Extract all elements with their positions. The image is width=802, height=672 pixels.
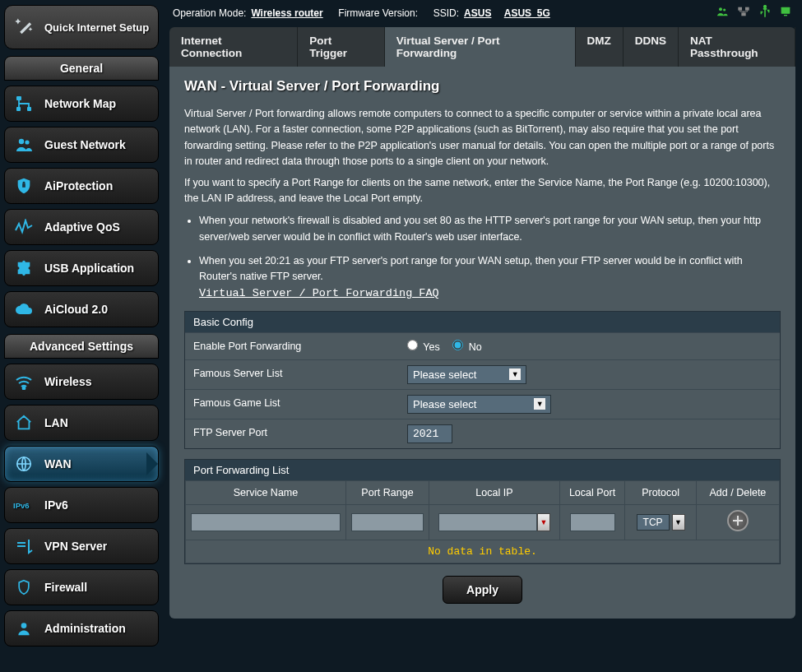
usb-status-icon[interactable] xyxy=(758,5,772,21)
warning-item-2: When you set 20:21 as your FTP server's … xyxy=(199,253,781,303)
famous-server-list-label: Famous Server List xyxy=(185,360,399,389)
sidebar-item-label: Administration xyxy=(44,622,126,635)
sidebar-item-label: AiCloud 2.0 xyxy=(44,303,108,316)
clients-icon[interactable] xyxy=(715,5,730,21)
operation-mode-link[interactable]: Wireless router xyxy=(251,7,322,19)
section-header-advanced: Advanced Settings xyxy=(4,334,159,359)
guest-network-icon xyxy=(13,134,35,155)
quick-internet-setup-button[interactable]: Quick Internet Setup xyxy=(4,5,159,49)
local-port-input[interactable] xyxy=(570,513,615,531)
enable-yes-radio[interactable]: Yes xyxy=(407,340,440,353)
sidebar-item-firewall[interactable]: Firewall xyxy=(4,569,159,605)
port-range-input[interactable] xyxy=(351,513,424,531)
ipv6-icon: IPv6 xyxy=(13,494,35,516)
tab-ddns[interactable]: DDNS xyxy=(624,27,679,67)
svg-rect-0 xyxy=(16,96,21,100)
famous-game-list-select[interactable]: Please select▼ xyxy=(407,395,551,414)
network-map-icon xyxy=(13,93,35,114)
table-header-row: Service Name Port Range Local IP Local P… xyxy=(186,480,780,504)
cloud-icon xyxy=(13,299,35,320)
sidebar-item-label: USB Application xyxy=(44,262,134,275)
puzzle-icon xyxy=(13,257,35,279)
svg-point-7 xyxy=(23,387,25,390)
port-forwarding-list-header: Port Forwarding List xyxy=(185,460,780,480)
ssid-label: SSID: xyxy=(433,7,459,19)
famous-server-list-select[interactable]: Please select▼ xyxy=(407,365,526,384)
top-status-bar: Operation Mode: Wireless router Firmware… xyxy=(169,3,795,27)
local-ip-input[interactable] xyxy=(438,513,537,531)
sidebar-item-network-map[interactable]: Network Map xyxy=(4,86,159,122)
sidebar-item-usb-application[interactable]: USB Application xyxy=(4,250,159,286)
wan-tabs: Internet Connection Port Trigger Virtual… xyxy=(169,27,795,67)
sidebar-item-label: Network Map xyxy=(44,97,116,110)
svg-rect-1 xyxy=(16,107,21,111)
protocol-select[interactable]: TCP▼ xyxy=(637,514,685,531)
network-status-icon[interactable] xyxy=(736,5,751,21)
tab-port-trigger[interactable]: Port Trigger xyxy=(298,27,384,67)
chevron-down-icon[interactable]: ▼ xyxy=(537,513,550,531)
svg-text:IPv6: IPv6 xyxy=(13,501,30,510)
sidebar-item-label: AiProtection xyxy=(44,179,113,192)
tab-nat-passthrough[interactable]: NAT Passthrough xyxy=(679,27,795,67)
content-panel: WAN - Virtual Server / Port Forwarding V… xyxy=(169,67,795,619)
admin-icon xyxy=(13,618,35,639)
sidebar-item-vpn-server[interactable]: VPN Server xyxy=(4,528,159,564)
description-text: Virtual Server / Port forwarding allows … xyxy=(184,106,781,206)
enable-port-forwarding-label: Enable Port Forwarding xyxy=(185,333,399,359)
sidebar: Quick Internet Setup General Network Map… xyxy=(0,0,163,647)
svg-rect-14 xyxy=(745,7,749,11)
add-row-button[interactable] xyxy=(727,510,749,531)
no-data-message: No data in table. xyxy=(186,540,780,563)
sidebar-item-aiprotection[interactable]: AiProtection xyxy=(4,168,159,204)
ssid-link-2[interactable]: ASUS_5G xyxy=(504,7,550,19)
svg-rect-2 xyxy=(27,107,31,111)
sidebar-item-label: IPv6 xyxy=(44,498,68,512)
sidebar-item-label: VPN Server xyxy=(44,540,107,553)
sidebar-item-adaptive-qos[interactable]: Adaptive QoS xyxy=(4,209,159,245)
sidebar-item-ipv6[interactable]: IPv6 IPv6 xyxy=(4,487,159,523)
col-add-delete: Add / Delete xyxy=(696,480,779,504)
main-content: Operation Mode: Wireless router Firmware… xyxy=(163,0,802,647)
sidebar-item-label: Wireless xyxy=(44,375,91,388)
sidebar-item-aicloud[interactable]: AiCloud 2.0 xyxy=(4,291,159,327)
internet-status-icon[interactable] xyxy=(779,5,792,21)
basic-config-section: Basic Config Enable Port Forwarding Yes … xyxy=(184,311,781,449)
description-para-1: Virtual Server / Port forwarding allows … xyxy=(184,106,781,170)
svg-rect-5 xyxy=(22,183,25,188)
service-name-input[interactable] xyxy=(191,513,341,531)
firmware-version-label: Firmware Version: xyxy=(338,7,418,19)
section-header-general: General xyxy=(4,56,159,81)
ssid-link-1[interactable]: ASUS xyxy=(464,7,491,19)
tab-internet-connection[interactable]: Internet Connection xyxy=(169,27,298,67)
ftp-server-port-input[interactable] xyxy=(407,424,452,443)
enable-no-radio[interactable]: No xyxy=(452,340,481,353)
svg-rect-17 xyxy=(781,7,790,14)
ftp-server-port-label: FTP Server Port xyxy=(185,419,399,448)
sidebar-item-wireless[interactable]: Wireless xyxy=(4,364,159,400)
col-port-range: Port Range xyxy=(345,480,429,504)
warning-list: When your network's firewall is disabled… xyxy=(184,213,781,302)
svg-point-11 xyxy=(719,7,722,11)
chevron-down-icon: ▼ xyxy=(534,398,545,410)
sidebar-item-lan[interactable]: LAN xyxy=(4,405,159,441)
svg-point-3 xyxy=(19,139,24,144)
apply-button[interactable]: Apply xyxy=(443,576,522,604)
svg-rect-15 xyxy=(741,12,745,16)
firewall-icon xyxy=(13,577,35,598)
svg-point-12 xyxy=(723,8,726,11)
tab-virtual-server[interactable]: Virtual Server / Port Forwarding xyxy=(385,27,576,67)
faq-link[interactable]: Virtual Server / Port Forwarding FAQ xyxy=(199,287,439,299)
svg-point-6 xyxy=(23,182,25,184)
svg-point-4 xyxy=(25,140,29,144)
basic-config-header: Basic Config xyxy=(185,312,780,332)
sidebar-item-administration[interactable]: Administration xyxy=(4,610,159,647)
wifi-icon xyxy=(13,371,35,392)
chevron-down-icon: ▼ xyxy=(509,368,521,380)
svg-point-16 xyxy=(764,6,767,8)
vpn-icon xyxy=(13,535,35,557)
tab-dmz[interactable]: DMZ xyxy=(576,27,624,67)
sidebar-item-wan[interactable]: WAN xyxy=(4,446,159,482)
sidebar-item-guest-network[interactable]: Guest Network xyxy=(4,127,159,163)
magic-wand-icon xyxy=(13,16,36,39)
quick-internet-setup-label: Quick Internet Setup xyxy=(44,21,149,34)
